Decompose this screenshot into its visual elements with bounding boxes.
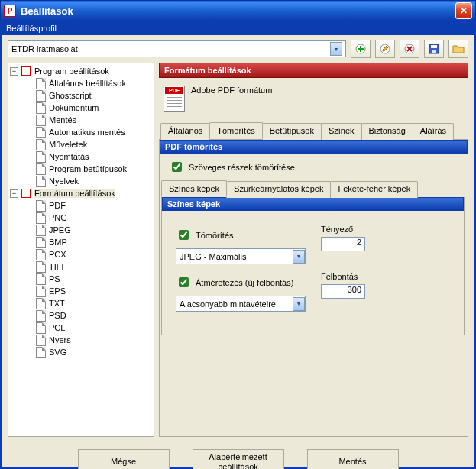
tree-item[interactable]: TXT — [8, 297, 154, 309]
tab-színek[interactable]: Színek — [321, 123, 362, 140]
group-header: Színes képek — [162, 197, 464, 211]
doc-icon — [34, 334, 47, 346]
app-icon — [20, 65, 32, 77]
section-header: Formátum beállítások — [159, 63, 468, 78]
tree-item[interactable]: Általános beállítások — [8, 77, 154, 89]
cancel-button[interactable]: Mégse — [78, 449, 170, 469]
app-icon — [20, 187, 32, 199]
image-tab[interactable]: Szürkeárnyalatos képek — [226, 181, 331, 198]
resolution-label: Felbontás — [321, 272, 365, 281]
text-compress-checkbox[interactable] — [172, 162, 182, 172]
compress-checkbox[interactable] — [179, 230, 189, 240]
resample-method-select[interactable]: Alacsonyabb mintavételre ▾ — [176, 296, 306, 312]
doc-icon — [34, 163, 47, 175]
tab-tömörítés[interactable]: Tömörítés — [209, 122, 263, 139]
doc-icon — [34, 248, 47, 260]
tree-item[interactable]: Mentés — [8, 114, 154, 126]
tree-item[interactable]: Automatikus mentés — [8, 126, 154, 138]
title-bar: P Beállítások ✕ — [0, 0, 476, 21]
tree-label: TXT — [49, 299, 65, 308]
tree-label: Nyomtatás — [49, 152, 89, 161]
tree-label: Műveletek — [49, 140, 87, 149]
resample-checkbox[interactable] — [179, 277, 189, 287]
defaults-button[interactable]: Alapértelmezett beállítások — [193, 449, 284, 469]
doc-icon — [34, 175, 47, 187]
dropdown-arrow-icon: ▾ — [293, 297, 305, 311]
doc-icon — [34, 126, 47, 138]
image-tab[interactable]: Színes képek — [161, 180, 227, 197]
tree-item[interactable]: PDF — [8, 199, 154, 212]
settings-tree[interactable]: − Program beállítások Általános beállítá… — [8, 63, 154, 437]
tab-betűtípusok[interactable]: Betűtípusok — [262, 123, 322, 140]
collapse-icon[interactable]: − — [10, 67, 18, 76]
format-name: Adobe PDF formátum — [191, 86, 272, 95]
profile-select[interactable]: ETDR iratmasolat ▾ — [8, 40, 346, 57]
tree-root-format[interactable]: − Formátum beállítások — [8, 187, 154, 199]
doc-icon — [34, 322, 47, 334]
tab-általános[interactable]: Általános — [160, 123, 210, 140]
tree-item[interactable]: TIFF — [8, 260, 154, 273]
tree-label: Ghostscript — [49, 91, 92, 100]
tree-item[interactable]: SVG — [8, 346, 154, 358]
resolution-input[interactable]: 300 — [321, 284, 365, 299]
doc-icon — [34, 77, 47, 89]
doc-icon — [34, 297, 47, 309]
compress-method-select[interactable]: JPEG - Maximális ▾ — [176, 248, 306, 264]
tree-root-program[interactable]: − Program beállítások — [8, 65, 154, 77]
tree-item[interactable]: Nyers — [8, 334, 154, 346]
tree-label: Formátum beállítások — [34, 189, 115, 198]
doc-icon — [34, 150, 47, 163]
svg-rect-4 — [431, 45, 437, 48]
format-tabs: ÁltalánosTömörítésBetűtípusokSzínekBizto… — [159, 122, 468, 140]
doc-icon — [34, 273, 47, 285]
profile-bar: Beállításprofil — [2, 21, 474, 35]
doc-icon — [34, 212, 47, 224]
close-button[interactable]: ✕ — [455, 2, 472, 19]
tree-item[interactable]: Műveletek — [8, 138, 154, 150]
tree-item[interactable]: Ghostscript — [8, 89, 154, 102]
app-icon: P — [4, 5, 16, 17]
tab-aláírás[interactable]: Aláírás — [413, 123, 454, 140]
tree-label: PNG — [49, 213, 67, 222]
doc-icon — [34, 89, 47, 102]
tree-item[interactable]: PNG — [8, 212, 154, 224]
tree-item[interactable]: PSD — [8, 309, 154, 322]
save-profile-button[interactable] — [424, 40, 444, 58]
image-tab[interactable]: Fekete-fehér képek — [330, 181, 418, 198]
factor-input[interactable]: 2 — [321, 237, 365, 251]
save-button[interactable]: Mentés — [307, 449, 399, 469]
tree-label: Automatikus mentés — [49, 128, 125, 137]
tree-item[interactable]: BMP — [8, 236, 154, 248]
tab-biztonság[interactable]: Biztonság — [361, 123, 413, 140]
doc-icon — [34, 260, 47, 273]
delete-profile-button[interactable] — [400, 40, 419, 58]
tree-item[interactable]: Nyomtatás — [8, 150, 154, 163]
doc-icon — [34, 114, 47, 126]
tree-item[interactable]: PCL — [8, 322, 154, 334]
tree-item[interactable]: Nyelvek — [8, 175, 154, 187]
compress-label: Tömörítés — [196, 231, 234, 240]
tree-label: TIFF — [49, 262, 66, 271]
edit-profile-button[interactable] — [375, 40, 395, 58]
tree-item[interactable]: PCX — [8, 248, 154, 260]
doc-icon — [34, 309, 47, 322]
tree-item[interactable]: Dokumentum — [8, 102, 154, 114]
window-title: Beállítások — [21, 5, 455, 17]
tree-item[interactable]: JPEG — [8, 224, 154, 236]
dropdown-arrow-icon: ▾ — [330, 42, 342, 56]
tree-item[interactable]: PS — [8, 273, 154, 285]
tree-label: PSD — [49, 311, 66, 320]
collapse-icon[interactable]: − — [10, 189, 18, 198]
tree-label: SVG — [49, 348, 66, 357]
tree-label: PCL — [49, 323, 65, 332]
doc-icon — [34, 138, 47, 150]
add-profile-button[interactable] — [351, 40, 371, 58]
svg-rect-5 — [432, 50, 436, 53]
open-folder-button[interactable] — [448, 40, 468, 58]
tree-item[interactable]: Program betűtípusok — [8, 163, 154, 175]
tree-label: JPEG — [49, 225, 71, 234]
tree-item[interactable]: EPS — [8, 285, 154, 297]
subsection-header: PDF tömörítés — [160, 140, 468, 154]
resample-label: Átméretezés (új felbontás) — [196, 278, 293, 287]
tree-label: Dokumentum — [49, 103, 99, 112]
